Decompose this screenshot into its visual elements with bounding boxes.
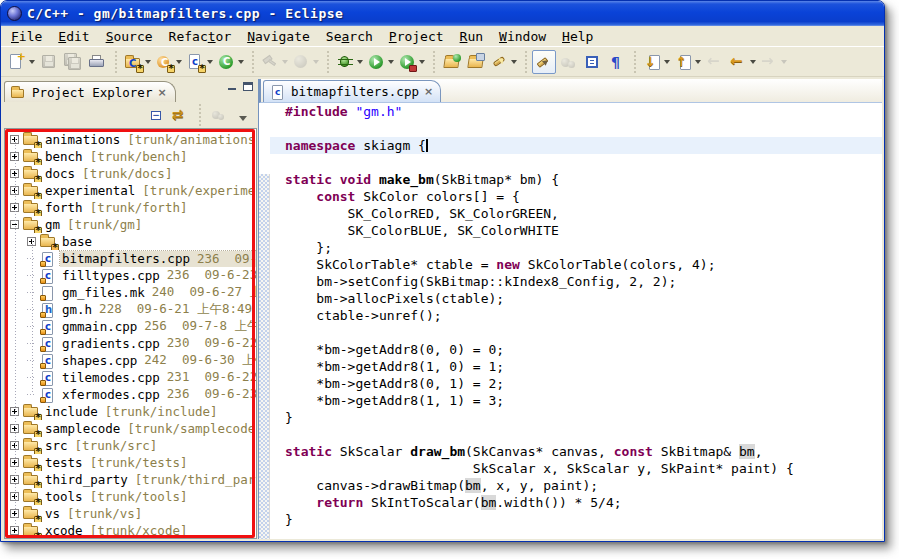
search-button[interactable] (488, 50, 519, 74)
tab-bitmapfilters-cpp[interactable]: c bitmapfilters.cpp × (263, 80, 441, 102)
tree-item-tilemodes-cpp[interactable]: ctilemodes.cpp231 09-6-22 上午 (5, 369, 256, 386)
show-whitespace-button[interactable]: ¶ (604, 50, 628, 74)
menu-search[interactable]: Search (318, 27, 381, 46)
dropdown-arrow-icon[interactable] (357, 60, 363, 67)
menu-run[interactable]: Run (452, 27, 491, 46)
tree-item-xcode[interactable]: *xcode[trunk/xcode] (5, 522, 256, 539)
mark-occurrences-button[interactable] (532, 50, 556, 74)
tab-project-explorer[interactable]: Project Explorer × (4, 81, 176, 102)
back-button[interactable]: ← (727, 50, 758, 74)
tree-item-bench[interactable]: *bench[trunk/bench] (5, 148, 256, 165)
tree-item-gradients-cpp[interactable]: cgradients.cpp230 09-6-22 上午 (5, 335, 256, 352)
open-type-button[interactable] (440, 50, 464, 74)
tree-item-gm[interactable]: *gm[trunk/gm] (5, 216, 256, 233)
close-icon[interactable]: × (157, 87, 166, 98)
tree-item-filltypes-cpp[interactable]: cfilltypes.cpp236 09-6-23 下午 (5, 267, 256, 284)
forward-button[interactable]: → (758, 50, 789, 74)
close-icon[interactable]: × (424, 86, 433, 97)
block-selection-button[interactable] (580, 50, 604, 74)
print-button[interactable] (85, 50, 109, 74)
dropdown-arrow-icon[interactable] (238, 60, 244, 67)
menu-file[interactable]: File (3, 27, 50, 46)
project-tree-area[interactable]: *animations[trunk/animations]*bench[trun… (4, 128, 257, 539)
tree-item-third-party[interactable]: *third_party[trunk/third_party] (5, 471, 256, 488)
link-with-editor-button[interactable]: ⇄ (170, 104, 192, 126)
menu-project[interactable]: Project (381, 27, 452, 46)
tree-item-tools[interactable]: *tools[trunk/tools] (5, 488, 256, 505)
menu-refactor[interactable]: Refactor (161, 27, 240, 46)
dropdown-arrow-icon[interactable] (388, 60, 394, 67)
tree-item-gmmain-cpp[interactable]: cgmmain.cpp256 09-7-8 上午10:5 (5, 318, 256, 335)
tree-item-shapes-cpp[interactable]: cshapes.cpp242 09-6-30 上午12: (5, 352, 256, 369)
previous-annotation-button[interactable]: ↑ (672, 50, 703, 74)
menu-navigate[interactable]: Navigate (239, 27, 318, 46)
code-line: *bm->getAddr8(1, 1) = 3; (270, 392, 882, 409)
proj-icon: * (22, 472, 40, 488)
new-wizard-button[interactable]: + (6, 50, 37, 74)
customize-view-button[interactable] (207, 104, 229, 126)
menu-window[interactable]: Window (491, 27, 554, 46)
collapse-all-button[interactable]: − (144, 104, 166, 126)
tree-item-decoration: [trunk/gm] (67, 217, 142, 232)
last-edit-location-button[interactable]: ← (703, 50, 727, 74)
dropdown-arrow-icon[interactable] (695, 60, 701, 67)
dropdown-arrow-icon[interactable] (664, 60, 670, 67)
scrollbar-track[interactable] (259, 174, 270, 539)
minimize-view-button[interactable] (227, 82, 237, 91)
dropdown-arrow-icon[interactable] (145, 60, 151, 67)
tree-item-label: include[trunk/include] (43, 404, 220, 420)
tree-item-decoration: [trunk/vs] (67, 506, 142, 521)
build-button[interactable] (259, 50, 290, 74)
external-tools-button[interactable] (396, 50, 427, 74)
tree-item-bitmapfilters-cpp[interactable]: cbitmapfilters.cpp236 09-6-23 (5, 250, 256, 267)
save-button[interactable] (37, 50, 61, 74)
menu-source[interactable]: Source (98, 27, 161, 46)
tree-item-experimental[interactable]: *experimental[trunk/experimental] (5, 182, 256, 199)
dropdown-arrow-icon[interactable] (419, 60, 425, 67)
tree-item-samplecode[interactable]: *samplecode[trunk/samplecode] (5, 420, 256, 437)
menu-help[interactable]: Help (554, 27, 601, 46)
maximize-view-button[interactable] (243, 82, 253, 91)
dropdown-arrow-icon[interactable] (207, 60, 213, 67)
next-annotation-button[interactable]: ↓ (641, 50, 672, 74)
dropdown-arrow-icon[interactable] (313, 60, 319, 67)
code-line: } (270, 409, 882, 426)
menu-edit[interactable]: Edit (50, 27, 97, 46)
dropdown-arrow-icon[interactable] (750, 60, 756, 67)
build-all-button[interactable] (290, 50, 321, 74)
new-c-source-file-button[interactable]: c* (184, 50, 215, 74)
code-line: SkScalar x, SkScalar y, SkPaint* paint) … (270, 460, 882, 477)
tree-guide (15, 139, 16, 530)
code-editor[interactable]: #include "gm.h"namespace skiagm {static … (270, 103, 882, 539)
dropdown-arrow-icon[interactable] (176, 60, 182, 67)
dropdown-arrow-icon[interactable] (282, 60, 288, 67)
debug-button[interactable] (334, 50, 365, 74)
tree-item-label: forth[trunk/forth] (43, 200, 189, 216)
tree-item-gm-h[interactable]: hgm.h228 09-6-21 上午8:49 ree (5, 301, 256, 318)
toolbar-separator (523, 51, 528, 73)
dropdown-arrow-icon[interactable] (781, 60, 787, 67)
view-menu-button[interactable] (233, 104, 255, 126)
dropdown-arrow-icon[interactable] (29, 60, 35, 67)
dropdown-arrow-icon[interactable] (511, 60, 517, 67)
tree-item-forth[interactable]: *forth[trunk/forth] (5, 199, 256, 216)
tree-item-src[interactable]: *src[trunk/src] (5, 437, 256, 454)
open-resource-button[interactable] (464, 50, 488, 74)
tree-item-gm-files-mk[interactable]: gm_files.mk240 09-6-27 上午4: (5, 284, 256, 301)
show-selected-element-only-button[interactable] (556, 50, 580, 74)
new-cpp-class-button[interactable]: C* (153, 50, 184, 74)
run-button[interactable] (365, 50, 396, 74)
cpp-icon: c (39, 319, 57, 335)
tree-item-tests[interactable]: *tests[trunk/tests] (5, 454, 256, 471)
editor-tab-label: bitmapfilters.cpp (291, 84, 419, 99)
tree-item-vs[interactable]: *vs[trunk/vs] (5, 505, 256, 522)
tree-item-include[interactable]: *include[trunk/include] (5, 403, 256, 420)
save-all-button[interactable] (61, 50, 85, 74)
new-c-project-button[interactable]: C* (122, 50, 153, 74)
build-c-target-button[interactable]: C (215, 50, 246, 74)
tree-item-base[interactable]: *base (5, 233, 256, 250)
tree-item-xfermodes-cpp[interactable]: cxfermodes.cpp236 09-6-23 下午 (5, 386, 256, 403)
tree-item-animations[interactable]: *animations[trunk/animations] (5, 131, 256, 148)
tree-item-docs[interactable]: *docs[trunk/docs] (5, 165, 256, 182)
proj-icon: * (22, 455, 40, 471)
